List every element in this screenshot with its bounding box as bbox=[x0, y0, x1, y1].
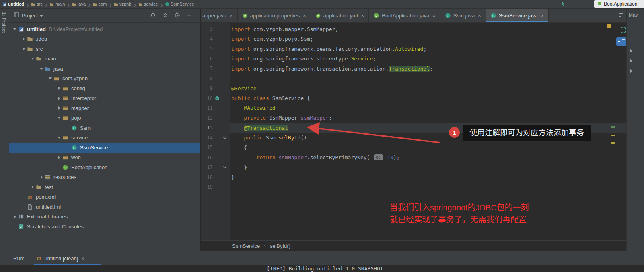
nav-breadcrumb-item[interactable]: com bbox=[93, 2, 107, 6]
gutter-cell[interactable]: 17 bbox=[201, 162, 230, 172]
expand-arrow-right-icon[interactable] bbox=[58, 106, 60, 110]
code-editor[interactable]: 3import com.yzpnb.mapper.SsmMapper;4impo… bbox=[201, 23, 626, 240]
tree-item[interactable]: untitledD:\IdeaProjects\untitled bbox=[9, 24, 200, 34]
gutter-cell[interactable]: 11 bbox=[201, 103, 230, 113]
code-line[interactable]: 16 return ssmMapper.selectByPrimaryKey( … bbox=[201, 153, 626, 163]
tree-item[interactable]: Scratches and Consoles bbox=[9, 222, 200, 232]
project-stripe-button[interactable]: 1: Project bbox=[2, 12, 6, 33]
nav-breadcrumb-item[interactable]: yzpnb bbox=[114, 2, 131, 6]
nav-breadcrumb-item[interactable]: java bbox=[72, 2, 86, 6]
tree-item[interactable]: mpom.xml bbox=[9, 192, 200, 202]
inspections-indicator[interactable] bbox=[607, 24, 611, 28]
chevron-down-icon[interactable] bbox=[40, 15, 43, 17]
editor-tab[interactable]: BootApplication.java× bbox=[369, 9, 440, 22]
code-line[interactable]: 9@Service bbox=[201, 83, 626, 93]
expand-arrow-down-icon[interactable] bbox=[31, 58, 34, 60]
breadcrumb-item[interactable]: selById() bbox=[270, 243, 290, 249]
code-line[interactable]: 12 private SsmMapper ssmMapper; bbox=[201, 113, 626, 123]
gutter-cell[interactable]: 7 bbox=[201, 64, 230, 74]
gutter-cell[interactable]: 6 bbox=[201, 54, 230, 64]
expand-arrow-right-icon[interactable] bbox=[58, 156, 60, 159]
expand-arrow-down-icon[interactable] bbox=[58, 117, 61, 119]
code-line[interactable]: 6import org.springframework.stereotype.S… bbox=[201, 54, 626, 64]
nav-breadcrumb-item[interactable]: main bbox=[49, 2, 65, 6]
code-line[interactable]: 5import org.springframework.beans.factor… bbox=[201, 44, 626, 54]
code-line[interactable]: 11 @Autowired bbox=[201, 103, 626, 113]
error-stripe-mark[interactable] bbox=[611, 142, 615, 144]
expand-arrow-right-icon[interactable] bbox=[41, 176, 43, 179]
chevron-right-icon[interactable] bbox=[630, 69, 632, 73]
code-line[interactable]: 7import org.springframework.transaction.… bbox=[201, 64, 626, 74]
tree-item[interactable]: untitled.iml bbox=[9, 202, 200, 212]
expand-arrow-right-icon[interactable] bbox=[58, 87, 60, 90]
tree-item[interactable]: pojo bbox=[9, 113, 200, 123]
gutter-cell[interactable]: 5 bbox=[201, 44, 230, 54]
expand-arrow-right-icon[interactable] bbox=[14, 215, 16, 218]
gutter-cell[interactable]: 16 bbox=[201, 153, 230, 163]
code-line[interactable]: 4import com.yzpnb.pojo.Ssm; bbox=[201, 34, 626, 44]
run-console[interactable]: [INFO] Building untitled 1.0-SNAPSHOT bbox=[0, 265, 644, 272]
tree-item[interactable]: main bbox=[9, 54, 200, 64]
project-panel-title[interactable]: Project bbox=[22, 12, 38, 19]
editor-tab[interactable]: application.properties× bbox=[238, 9, 311, 22]
expand-arrow-right-icon[interactable] bbox=[32, 185, 34, 189]
sync-icon[interactable] bbox=[620, 27, 626, 33]
close-icon[interactable]: × bbox=[541, 12, 544, 19]
close-icon[interactable]: × bbox=[478, 12, 481, 19]
code-line[interactable]: 3import com.yzpnb.mapper.SsmMapper; bbox=[201, 24, 626, 34]
close-icon[interactable]: × bbox=[81, 255, 84, 262]
code-line[interactable]: 15 { bbox=[201, 143, 626, 153]
hide-panel-icon[interactable] bbox=[186, 12, 192, 19]
tree-item[interactable]: External Libraries bbox=[9, 212, 200, 222]
tree-item[interactable]: config bbox=[9, 83, 200, 93]
chevron-right-icon[interactable] bbox=[630, 49, 632, 53]
tree-item[interactable]: resources bbox=[9, 172, 200, 183]
code-line[interactable]: 18} bbox=[201, 172, 626, 183]
nav-breadcrumb-item[interactable]: src bbox=[31, 2, 43, 6]
editor-tab[interactable]: application.yml× bbox=[311, 9, 369, 22]
gutter-cell[interactable]: 13 bbox=[201, 123, 230, 133]
collapse-all-icon[interactable] bbox=[162, 12, 168, 19]
run-tab[interactable]: m untitled [clean] × bbox=[32, 251, 88, 265]
close-icon[interactable]: × bbox=[230, 12, 233, 19]
tree-item[interactable]: com.yzpnb bbox=[9, 74, 200, 84]
code-line[interactable]: 17 } bbox=[201, 162, 626, 172]
code-line[interactable]: 19 bbox=[201, 182, 626, 192]
nav-breadcrumb-item[interactable]: service bbox=[138, 2, 158, 6]
editor-tab[interactable]: CSsm.java× bbox=[440, 9, 486, 22]
settings-gear-icon[interactable] bbox=[174, 12, 180, 19]
close-icon[interactable]: × bbox=[361, 12, 364, 19]
maven-widget[interactable] bbox=[616, 37, 626, 46]
error-stripe-mark[interactable] bbox=[611, 126, 615, 128]
tree-item[interactable]: CSsmService bbox=[9, 143, 200, 153]
expand-arrow-right-icon[interactable] bbox=[58, 97, 60, 100]
gutter-cell[interactable]: 12 bbox=[201, 113, 230, 123]
tree-item[interactable]: test bbox=[9, 182, 200, 192]
tree-item[interactable]: CSsm bbox=[9, 123, 200, 133]
run-config-selector[interactable]: BootApplication bbox=[594, 0, 644, 8]
tree-item[interactable]: Interceptor bbox=[9, 93, 200, 104]
chevron-right-icon[interactable] bbox=[630, 59, 632, 63]
gutter-cell[interactable]: 10 bbox=[201, 93, 230, 104]
tree-item[interactable]: BootApplication bbox=[9, 162, 200, 172]
locate-file-icon[interactable] bbox=[150, 12, 156, 19]
editor-tab[interactable]: CSsmService.java× bbox=[486, 9, 549, 22]
gutter-cell[interactable]: 8 bbox=[201, 74, 230, 84]
expand-arrow-down-icon[interactable] bbox=[22, 48, 25, 50]
code-line[interactable]: 10public class SsmService { bbox=[201, 93, 626, 104]
bean-icon[interactable] bbox=[213, 96, 222, 101]
gutter-cell[interactable]: 4 bbox=[201, 34, 230, 44]
gutter-cell[interactable]: 18 bbox=[201, 172, 230, 183]
nav-breadcrumb-item[interactable]: untitled bbox=[2, 2, 24, 6]
tree-item[interactable]: service bbox=[9, 133, 200, 143]
gutter-cell[interactable]: 19 bbox=[201, 182, 230, 192]
maven-stripe-button[interactable]: Mav bbox=[629, 12, 638, 18]
expand-arrow-down-icon[interactable] bbox=[58, 137, 61, 139]
tree-item[interactable]: src bbox=[9, 44, 200, 54]
error-stripe-mark[interactable] bbox=[611, 135, 615, 136]
gutter-cell[interactable]: 14 bbox=[201, 133, 230, 143]
tab-list-icon[interactable] bbox=[617, 12, 624, 20]
expand-arrow-down-icon[interactable] bbox=[13, 28, 16, 30]
gutter-cell[interactable]: 3 bbox=[201, 24, 230, 34]
expand-arrow-down-icon[interactable] bbox=[49, 77, 52, 79]
